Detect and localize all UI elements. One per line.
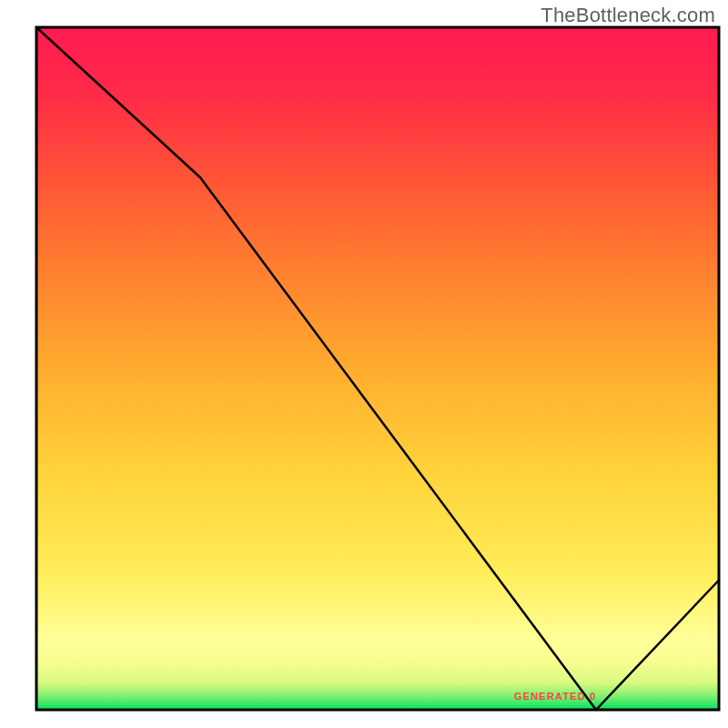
- plot-background: [36, 27, 719, 710]
- chart-canvas: TheBottleneck.com GENERATED 0: [0, 0, 728, 728]
- annotation-label: GENERATED 0: [514, 691, 597, 702]
- bottleneck-line-chart: GENERATED 0: [0, 0, 728, 728]
